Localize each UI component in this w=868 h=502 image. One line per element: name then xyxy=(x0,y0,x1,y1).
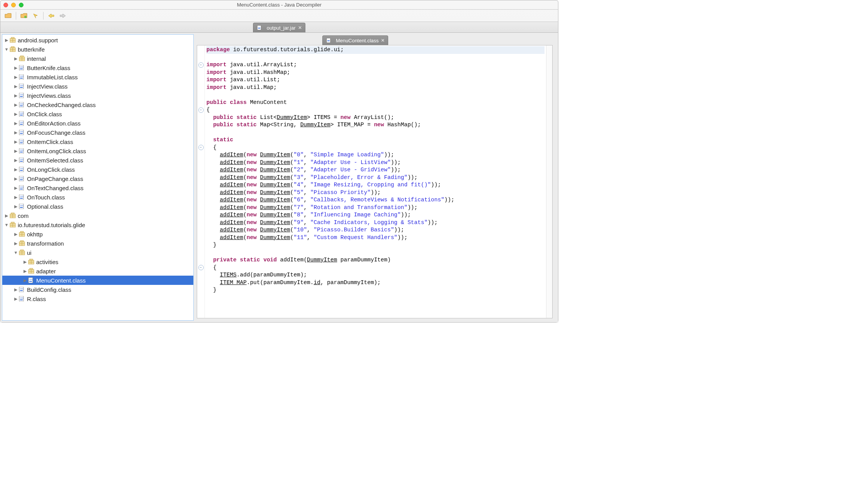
svg-text:101: 101 xyxy=(20,94,23,96)
tree-package-item[interactable]: ▶com xyxy=(2,211,193,220)
expand-collapse-icon[interactable]: ▶ xyxy=(13,93,18,98)
tree-package-item[interactable]: ▼butterknife xyxy=(2,45,193,54)
expand-collapse-icon[interactable]: ▶ xyxy=(4,213,9,218)
tree-class-item[interactable]: ▶101ButterKnife.class xyxy=(2,63,193,72)
tree-item-label: OnClick.class xyxy=(27,111,62,117)
tree-class-item[interactable]: ▶101InjectViews.class xyxy=(2,91,193,100)
tree-package-item[interactable]: ▶activities xyxy=(2,257,193,266)
svg-rect-17 xyxy=(20,69,23,69)
tree-item-label: android.support xyxy=(18,37,58,44)
tree-class-item[interactable]: ▶101OnLongClick.class xyxy=(2,165,193,174)
svg-rect-32 xyxy=(20,115,23,115)
tree-class-item[interactable]: ▶101Optional.class xyxy=(2,202,193,211)
tree-class-item[interactable]: ▶101OnItemLongClick.class xyxy=(2,146,193,156)
svg-text:101: 101 xyxy=(20,75,23,77)
fold-marker-icon[interactable]: − xyxy=(198,107,204,113)
vertical-scrollbar[interactable] xyxy=(546,45,552,318)
tree-class-item[interactable]: ▶101OnItemClick.class xyxy=(2,137,193,146)
svg-rect-62 xyxy=(20,207,23,208)
expand-collapse-icon[interactable]: ▼ xyxy=(4,47,9,52)
package-icon xyxy=(28,258,35,265)
tree-item-label: OnLongClick.class xyxy=(27,166,75,173)
fold-marker-icon[interactable]: − xyxy=(198,62,204,68)
class-file-icon: 101 xyxy=(18,110,25,117)
tree-item-label: activities xyxy=(36,259,59,265)
tree-class-item[interactable]: ▶101OnClick.class xyxy=(2,109,193,119)
svg-text:101: 101 xyxy=(20,66,23,68)
open-file-button[interactable] xyxy=(3,12,13,20)
tree-package-item[interactable]: ▶transformation xyxy=(2,239,193,248)
expand-collapse-icon[interactable]: ▶ xyxy=(13,139,18,144)
expand-collapse-icon[interactable]: ▶ xyxy=(13,102,18,107)
expand-collapse-icon[interactable]: ▼ xyxy=(13,250,18,255)
expand-collapse-icon[interactable]: ▶ xyxy=(13,195,18,200)
expand-collapse-icon[interactable]: ▶ xyxy=(13,130,18,135)
tree-package-item[interactable]: ▶adapter xyxy=(2,266,193,276)
tree-package-item[interactable]: ▼ui xyxy=(2,248,193,257)
source-editor[interactable]: − − − − package io.futurestud.tutorials.… xyxy=(197,45,553,318)
close-tab-icon[interactable]: ✕ xyxy=(298,25,302,30)
tree-class-item[interactable]: ▶101OnFocusChange.class xyxy=(2,128,193,137)
tree-item-label: butterknife xyxy=(18,46,45,53)
tree-class-item[interactable]: ▶101OnTouch.class xyxy=(2,192,193,202)
tree-package-item[interactable]: ▼io.futurestud.tutorials.glide xyxy=(2,220,193,229)
expand-collapse-icon[interactable]: ▶ xyxy=(13,56,18,61)
svg-text:101: 101 xyxy=(20,177,23,179)
expand-collapse-icon[interactable]: ▶ xyxy=(13,232,18,237)
svg-rect-35 xyxy=(20,124,23,125)
tree-class-item[interactable]: ▶101OnItemSelected.class xyxy=(2,156,193,165)
tree-package-item[interactable]: ▶android.support xyxy=(2,35,193,45)
close-window-button[interactable] xyxy=(3,3,8,7)
expand-collapse-icon[interactable]: ▶ xyxy=(13,75,18,80)
expand-collapse-icon[interactable]: ▶ xyxy=(13,112,18,117)
expand-collapse-icon[interactable]: ▶ xyxy=(13,186,18,191)
expand-collapse-icon[interactable]: ▶ xyxy=(13,84,18,89)
expand-collapse-icon[interactable]: ▶ xyxy=(13,241,18,246)
expand-collapse-icon[interactable]: ▼ xyxy=(4,223,9,227)
expand-collapse-icon[interactable]: ▶ xyxy=(13,176,18,181)
tree-class-item[interactable]: ▶101OnTextChanged.class xyxy=(2,183,193,192)
fold-marker-icon[interactable]: − xyxy=(198,145,204,150)
tree-class-item[interactable]: ▶101R.class xyxy=(2,294,193,303)
tree-package-item[interactable]: ▶internal xyxy=(2,54,193,63)
back-button[interactable] xyxy=(47,12,56,20)
package-explorer[interactable]: ▶android.support▼butterknife▶internal▶10… xyxy=(2,34,194,321)
editor-tab[interactable]: MenuContent.class ✕ xyxy=(322,35,388,45)
svg-rect-82 xyxy=(20,250,23,251)
tree-class-item[interactable]: ▶101OnEditorAction.class xyxy=(2,119,193,128)
search-button[interactable] xyxy=(31,12,40,20)
class-file-icon: 101 xyxy=(18,295,25,302)
tree-class-item[interactable]: ▶101OnPageChange.class xyxy=(2,174,193,183)
expand-collapse-icon[interactable]: ▶ xyxy=(13,158,18,163)
expand-collapse-icon[interactable]: ▶ xyxy=(13,121,18,126)
svg-text:101: 101 xyxy=(20,158,23,161)
tree-package-item[interactable]: ▶okhttp xyxy=(2,229,193,239)
expand-collapse-icon[interactable]: ▶ xyxy=(22,269,28,274)
class-file-icon: 101 xyxy=(28,277,35,284)
tree-class-item[interactable]: ▶101OnCheckedChanged.class xyxy=(2,100,193,109)
zoom-window-button[interactable] xyxy=(19,3,23,7)
open-type-button[interactable] xyxy=(19,12,28,20)
expand-collapse-icon[interactable]: ▶ xyxy=(13,204,18,209)
minimize-window-button[interactable] xyxy=(11,3,16,7)
expand-collapse-icon[interactable]: ▶ xyxy=(22,259,28,264)
tree-item-label: BuildConfig.class xyxy=(27,286,71,293)
svg-rect-59 xyxy=(20,198,23,199)
tree-class-item[interactable]: ▶101InjectView.class xyxy=(2,82,193,91)
class-file-icon: 101 xyxy=(18,101,25,108)
code-text[interactable]: package io.futurestud.tutorials.glide.ui… xyxy=(205,45,546,318)
expand-collapse-icon[interactable]: ▶ xyxy=(13,65,18,70)
expand-collapse-icon[interactable]: ▶ xyxy=(22,278,28,283)
expand-collapse-icon[interactable]: ▶ xyxy=(13,296,18,301)
file-tab[interactable]: output_jar.jar ✕ xyxy=(253,23,305,32)
tree-class-item[interactable]: ▶101BuildConfig.class xyxy=(2,285,193,294)
expand-collapse-icon[interactable]: ▶ xyxy=(4,38,9,43)
forward-button[interactable] xyxy=(58,12,67,20)
tree-class-item[interactable]: ▶101ImmutableList.class xyxy=(2,72,193,82)
expand-collapse-icon[interactable]: ▶ xyxy=(13,149,18,154)
expand-collapse-icon[interactable]: ▶ xyxy=(13,167,18,172)
close-editor-tab-icon[interactable]: ✕ xyxy=(381,38,385,43)
tree-class-item[interactable]: ▶101MenuContent.class xyxy=(2,276,193,285)
fold-marker-icon[interactable]: − xyxy=(198,265,204,270)
expand-collapse-icon[interactable]: ▶ xyxy=(13,287,18,292)
